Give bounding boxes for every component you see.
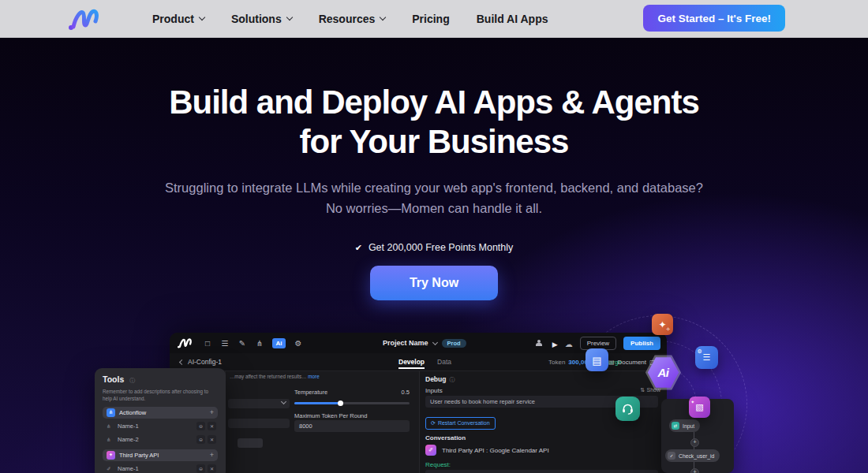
- ai-tab-chip[interactable]: Ai: [272, 338, 286, 348]
- node-check-user-id[interactable]: ✓ Check_user_id: [665, 449, 720, 462]
- tool-item[interactable]: ✐ Name-1: [103, 464, 218, 473]
- database-icon[interactable]: [220, 339, 230, 348]
- design-icon[interactable]: [238, 339, 247, 348]
- subtitle-line-2: No worries—Momen can handle it all.: [0, 199, 868, 219]
- tool-item-actions: [196, 422, 216, 430]
- develop-data-tabs: Develop Data: [398, 353, 451, 371]
- nav-item-label: Product: [152, 13, 194, 25]
- document-chip[interactable]: [586, 348, 608, 371]
- document-icon: [592, 353, 601, 367]
- title-line-1: Build and Deploy AI Apps & Agents: [0, 83, 868, 122]
- collaborators-icon[interactable]: [536, 340, 545, 347]
- free-points-bullet: Get 200,000 Free Points Monthly: [0, 242, 868, 253]
- delete-icon[interactable]: [208, 464, 216, 473]
- add-icon[interactable]: +: [210, 451, 214, 459]
- top-navbar: Product Solutions Resources Pricing Buil…: [0, 0, 868, 38]
- chevron-down-icon: [432, 339, 437, 345]
- conversation-item[interactable]: Third Party API : Google Calendar API: [425, 445, 549, 456]
- pages-icon[interactable]: [203, 339, 212, 348]
- app-toolbar-icons: Ai: [203, 338, 303, 348]
- nav-item-product[interactable]: Product: [152, 13, 204, 25]
- tool-item-actions: [196, 435, 216, 444]
- conversation-item-label: Third Party API : Google Calendar API: [442, 447, 549, 454]
- temperature-slider[interactable]: [294, 402, 410, 404]
- try-now-button[interactable]: Try Now: [370, 266, 498, 300]
- check-icon: [355, 242, 362, 253]
- app-body: …may affect the returned results… more T…: [170, 371, 667, 473]
- refresh-icon: [431, 420, 438, 426]
- info-icon: ⓘ: [129, 378, 135, 383]
- cloud-icon[interactable]: [565, 336, 573, 350]
- request-label: Request:: [425, 461, 451, 468]
- disable-icon[interactable]: [196, 422, 205, 430]
- tool-item-label: Name-2: [118, 436, 193, 443]
- temperature-row: Temperature 0.5: [294, 389, 410, 396]
- max-token-input[interactable]: 8000: [294, 420, 410, 432]
- tool-item-actions: [196, 464, 216, 473]
- app-logo-icon[interactable]: [176, 337, 193, 349]
- chevron-down-icon: [199, 14, 205, 20]
- hero-subtitle: Struggling to integrate LLMs while creat…: [0, 178, 868, 218]
- tool-group-label: Third Party API: [119, 452, 206, 459]
- config-field[interactable]: [228, 419, 290, 428]
- delete-icon[interactable]: [208, 422, 216, 430]
- restart-label: Restart Conversation: [438, 420, 490, 426]
- nav-item-pricing[interactable]: Pricing: [412, 13, 449, 25]
- add-node-button[interactable]: +: [690, 468, 699, 473]
- node-label: Input: [683, 423, 694, 429]
- actionflow-icon[interactable]: [255, 339, 264, 348]
- inputs-label: Inputs: [425, 387, 443, 394]
- document-link[interactable]: Document: [608, 359, 656, 366]
- tool-item[interactable]: ⋔ Name-2: [103, 434, 218, 445]
- gear-icon[interactable]: [294, 339, 303, 348]
- project-selector[interactable]: Project Name Prod: [383, 339, 466, 348]
- tool-item-label: Name-1: [118, 465, 193, 472]
- add-node-button[interactable]: +: [690, 438, 699, 447]
- delete-icon[interactable]: [208, 435, 216, 444]
- more-link[interactable]: more: [308, 374, 319, 379]
- support-agent-chip[interactable]: [615, 397, 640, 421]
- config-mini-field[interactable]: [238, 438, 263, 448]
- breadcrumb[interactable]: AI-Config-1: [180, 358, 222, 366]
- request-code-block: [425, 470, 658, 473]
- model-select[interactable]: [228, 399, 290, 408]
- page-title: Build and Deploy AI Apps & Agents for Yo…: [0, 83, 868, 161]
- image-ai-chip[interactable]: [689, 397, 710, 418]
- restart-conversation-button[interactable]: Restart Conversation: [425, 417, 496, 430]
- pen-icon: [428, 447, 433, 453]
- tab-data[interactable]: Data: [437, 358, 451, 366]
- nav-item-resources[interactable]: Resources: [319, 13, 386, 25]
- momen-logo[interactable]: [67, 6, 100, 32]
- nav-item-build-ai-apps[interactable]: Build AI Apps: [477, 13, 548, 25]
- node-input[interactable]: ⇄ Input: [669, 419, 700, 432]
- disable-icon[interactable]: [196, 464, 205, 473]
- token-label: Token: [548, 359, 565, 366]
- get-started-button[interactable]: Get Started – It's Free!: [643, 5, 785, 32]
- slider-knob[interactable]: [338, 400, 343, 406]
- tool-group-label: Actionflow: [119, 409, 206, 416]
- flow-icon: ⋔: [107, 423, 114, 430]
- disable-icon[interactable]: [196, 435, 205, 444]
- tools-panel: Tools ⓘ Remember to add descriptions aft…: [95, 368, 226, 473]
- tool-group-actionflow[interactable]: ⋔ Actionflow +: [103, 407, 218, 419]
- nav-links: Product Solutions Resources Pricing Buil…: [152, 13, 548, 25]
- headset-icon: [621, 402, 634, 415]
- tool-item[interactable]: ⋔ Name-1: [103, 421, 218, 432]
- debug-title-text: Debug: [425, 375, 446, 383]
- ai-generate-chip[interactable]: [652, 314, 673, 335]
- play-icon[interactable]: [552, 336, 558, 350]
- chevron-down-icon: [281, 399, 286, 404]
- config-hint: …may affect the returned results… more: [230, 374, 336, 381]
- add-icon[interactable]: +: [210, 408, 214, 416]
- chevron-down-icon: [380, 14, 386, 20]
- nav-item-solutions[interactable]: Solutions: [231, 13, 292, 25]
- subtitle-line-1: Struggling to integrate LLMs while creat…: [0, 178, 868, 199]
- ai-hexagon-label: Ai: [658, 366, 669, 379]
- database-config-chip[interactable]: [695, 346, 718, 369]
- publish-button[interactable]: Publish: [623, 337, 660, 350]
- tab-develop[interactable]: Develop: [398, 355, 425, 369]
- tool-group-third-party-api[interactable]: ✦ Third Party API +: [103, 449, 218, 461]
- preview-button[interactable]: Preview: [580, 337, 616, 350]
- document-icon: [608, 359, 615, 366]
- node-label: Check_user_id: [679, 453, 714, 459]
